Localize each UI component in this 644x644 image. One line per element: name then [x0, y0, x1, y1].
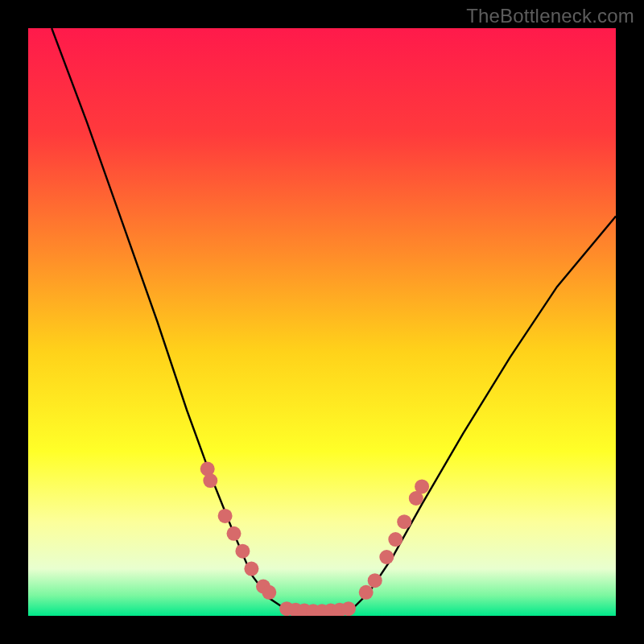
data-marker [227, 526, 242, 541]
data-marker [341, 601, 356, 616]
chart-svg [28, 28, 616, 616]
data-marker [235, 544, 250, 559]
data-marker [218, 509, 233, 523]
data-marker [415, 479, 429, 493]
data-marker [368, 573, 382, 588]
data-marker [244, 562, 258, 576]
data-marker [379, 550, 394, 564]
plot-area [28, 28, 616, 616]
chart-frame: TheBottleneck.com [0, 0, 644, 644]
data-marker [397, 514, 411, 529]
data-marker [203, 473, 217, 488]
watermark-label: TheBottleneck.com [466, 5, 634, 27]
data-marker [359, 585, 374, 600]
data-marker [388, 532, 402, 547]
gradient-background [28, 28, 616, 616]
data-marker [262, 585, 276, 600]
